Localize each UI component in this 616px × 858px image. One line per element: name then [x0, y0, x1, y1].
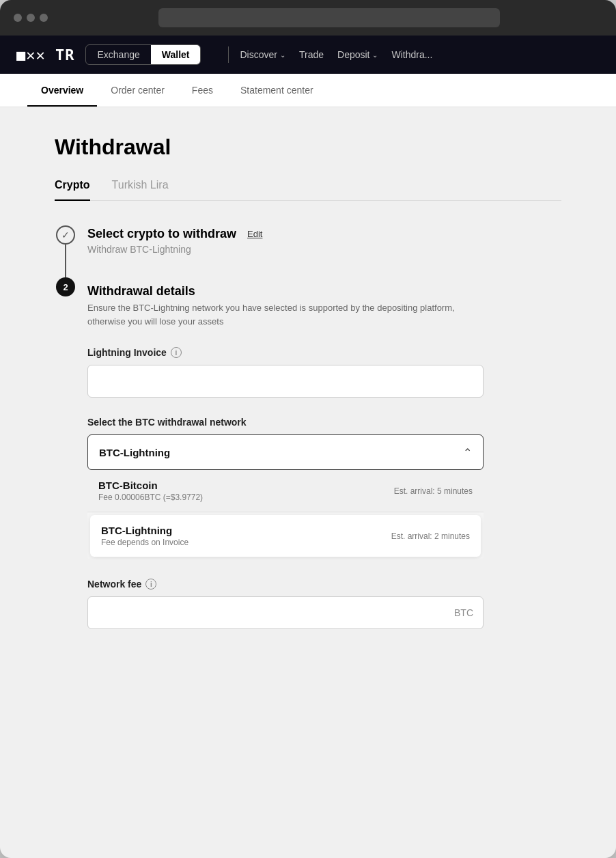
nav-tab-wallet[interactable]: Wallet: [151, 45, 201, 64]
chevron-down-icon-2: ⌄: [372, 51, 378, 59]
step1-indicator-col: ✓: [55, 225, 76, 277]
nav-links: Discover ⌄ Trade Deposit ⌄ Withdra...: [240, 49, 432, 60]
nav-link-deposit[interactable]: Deposit ⌄: [337, 49, 378, 60]
step2-number-circle: 2: [56, 277, 75, 296]
steps-container: ✓ Select crypto to withdraw Edit Withdra…: [55, 225, 561, 629]
dot-yellow: [27, 14, 35, 22]
page-content: Withdrawal Crypto Turkish Lira ✓ Select …: [0, 107, 616, 656]
step1-row: ✓ Select crypto to withdraw Edit Withdra…: [55, 225, 561, 277]
page-title: Withdrawal: [55, 135, 561, 160]
step1-subtitle: Withdraw BTC-Lightning: [87, 244, 561, 255]
logo: ■✕✕ TR: [16, 46, 74, 64]
subnav-order-center[interactable]: Order center: [97, 74, 178, 107]
step2-indicator-col: 2: [55, 277, 76, 296]
btc-lightning-fee: Fee depends on Invoice: [101, 538, 188, 547]
chevron-up-icon: ⌃: [463, 446, 472, 459]
btc-lightning-name: BTC-Lightning: [101, 525, 188, 536]
withdrawal-tab-crypto[interactable]: Crypto: [55, 179, 90, 201]
step2-content: Withdrawal details Ensure the BTC-Lightn…: [87, 283, 561, 629]
step1-title: Select crypto to withdraw: [87, 227, 236, 241]
nav-bar: ■✕✕ TR Exchange Wallet Discover ⌄ Trade …: [0, 36, 616, 74]
lightning-invoice-label: Lightning Invoice i: [87, 347, 561, 358]
subnav-overview[interactable]: Overview: [27, 74, 97, 107]
dot-red: [14, 14, 22, 22]
btc-lightning-arrival: Est. arrival: 2 minutes: [391, 531, 470, 541]
btc-bitcoin-arrival: Est. arrival: 5 minutes: [394, 486, 473, 496]
network-fee-section: Network fee i BTC: [87, 579, 561, 629]
lightning-invoice-info-icon[interactable]: i: [171, 347, 182, 358]
btc-bitcoin-name: BTC-Bitcoin: [98, 480, 203, 491]
nav-link-withdraw[interactable]: Withdra...: [391, 49, 432, 60]
browser-chrome: [0, 0, 616, 36]
network-select-value: BTC-Lightning: [99, 447, 170, 458]
nav-tabs-group: Exchange Wallet: [85, 44, 201, 65]
subnav-fees[interactable]: Fees: [178, 74, 227, 107]
step1-edit-link[interactable]: Edit: [247, 229, 262, 239]
step2-title: Withdrawal details: [87, 284, 195, 299]
withdrawal-tab-turkish-lira[interactable]: Turkish Lira: [112, 179, 169, 201]
lightning-invoice-input[interactable]: [87, 365, 484, 398]
network-select-box[interactable]: BTC-Lightning ⌃: [87, 434, 484, 470]
browser-dots: [14, 14, 48, 22]
nav-link-trade[interactable]: Trade: [299, 49, 324, 60]
dot-green: [40, 14, 48, 22]
chevron-down-icon: ⌄: [280, 51, 285, 59]
network-dropdown-menu: BTC-Bitcoin Fee 0.00006BTC (=$3.9772) Es…: [87, 470, 484, 559]
network-option-btc-bitcoin[interactable]: BTC-Bitcoin Fee 0.00006BTC (=$3.9772) Es…: [87, 470, 484, 512]
browser-window: ■✕✕ TR Exchange Wallet Discover ⌄ Trade …: [0, 0, 616, 858]
sub-nav: Overview Order center Fees Statement cen…: [0, 74, 616, 107]
subnav-statement-center[interactable]: Statement center: [227, 74, 327, 107]
network-select-label: Select the BTC withdrawal network: [87, 417, 561, 428]
network-fee-info-icon[interactable]: i: [145, 579, 156, 590]
withdrawal-tabs: Crypto Turkish Lira: [55, 179, 561, 201]
logo-text: ■✕✕ TR: [16, 46, 74, 64]
step1-check-circle: ✓: [56, 225, 75, 245]
step2-warning-text: Ensure the BTC-Lightning network you hav…: [87, 301, 484, 328]
network-fee-label: Network fee i: [87, 579, 561, 590]
nav-tab-exchange[interactable]: Exchange: [86, 45, 150, 64]
step2-row: 2 Withdrawal details Ensure the BTC-Ligh…: [55, 277, 561, 629]
btc-bitcoin-fee: Fee 0.00006BTC (=$3.9772): [98, 493, 203, 502]
step2-header: Withdrawal details: [87, 284, 561, 299]
nav-link-discover[interactable]: Discover ⌄: [240, 49, 285, 60]
network-option-btc-lightning[interactable]: BTC-Lightning Fee depends on Invoice Est…: [90, 515, 481, 557]
nav-divider: [228, 46, 229, 63]
fee-currency: BTC: [454, 607, 473, 618]
step1-header: Select crypto to withdraw Edit: [87, 227, 561, 241]
network-fee-box: BTC: [87, 596, 484, 629]
browser-url-bar[interactable]: [158, 8, 500, 27]
step1-connector-line: [65, 245, 66, 277]
step1-content: Select crypto to withdraw Edit Withdraw …: [87, 225, 561, 268]
